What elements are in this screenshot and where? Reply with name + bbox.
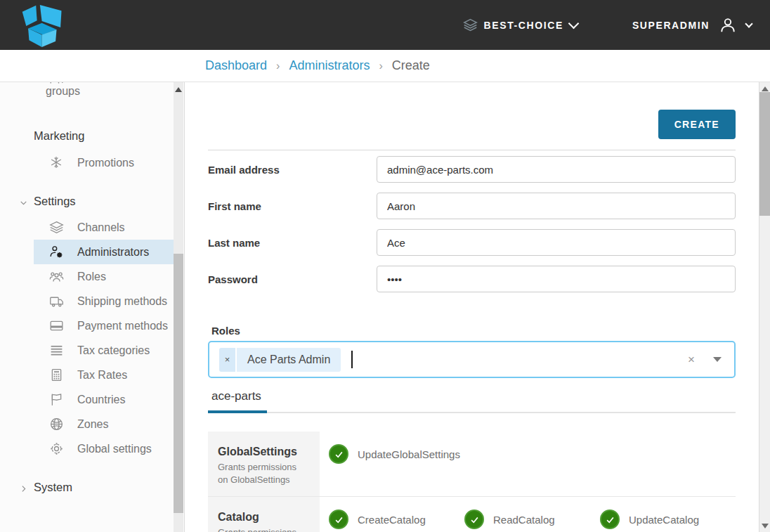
scroll-up-icon[interactable]	[175, 87, 182, 92]
scroll-up-icon[interactable]	[762, 86, 769, 91]
globe-icon	[49, 417, 64, 432]
breadcrumb-current: Create	[392, 58, 430, 73]
permission-toggle-updateglobalsettings[interactable]: UpdateGlobalSettings	[329, 444, 464, 464]
flag-icon	[49, 392, 64, 407]
tab-ace-parts[interactable]: ace-parts	[208, 384, 267, 413]
admin-create-form: Email address First name Last name Passw…	[208, 156, 736, 378]
form-row-first-name: First name	[208, 193, 736, 219]
sidebar-item-label: Shipping methods	[77, 295, 167, 307]
scrollbar-thumb[interactable]	[759, 92, 770, 216]
sidebar-item-administrators[interactable]: Administrators	[34, 240, 174, 264]
sidebar-item-channels[interactable]: Channels	[34, 215, 174, 240]
permission-toggle-updatecatalog[interactable]: UpdateCatalog	[600, 510, 736, 529]
first-name-field[interactable]	[377, 193, 736, 219]
user-menu[interactable]: SUPERADMIN	[632, 15, 752, 35]
permission-cells: CreateCatalog ReadCatalog	[320, 496, 736, 532]
permission-toggle-createcatalog[interactable]: CreateCatalog	[329, 510, 464, 529]
credit-card-icon	[49, 318, 64, 333]
sidebar: groups Marketing	[0, 82, 185, 532]
sidebar-item-promotions[interactable]: Promotions	[34, 150, 174, 175]
sidebar-item-payment-methods[interactable]: Payment methods	[34, 313, 174, 338]
sidebar-item-roles[interactable]: Roles	[34, 264, 174, 289]
chevron-down-icon	[745, 20, 752, 27]
check-circle-icon	[464, 510, 484, 529]
permission-toggle-readcatalog[interactable]: ReadCatalog	[464, 510, 600, 529]
email-field[interactable]	[377, 156, 736, 183]
sidebar-scrollbar[interactable]	[174, 82, 183, 532]
create-button[interactable]: CREATE	[658, 110, 736, 139]
form-row-password: Password	[208, 266, 736, 292]
permission-label: UpdateGlobalSettings	[358, 448, 460, 460]
check-circle-icon	[329, 510, 348, 529]
permission-label: CreateCatalog	[358, 514, 426, 526]
clear-icon[interactable]: ×	[685, 353, 698, 367]
password-field[interactable]	[377, 266, 736, 292]
chevron-down-icon[interactable]	[713, 357, 722, 362]
check-circle-icon	[600, 510, 620, 529]
calculator-icon	[49, 368, 64, 382]
gear-icon	[49, 441, 64, 456]
asterisk-icon	[49, 155, 64, 170]
permission-row-catalog: Catalog Grants permissions on Products, …	[208, 496, 320, 532]
chevron-right-icon	[19, 484, 28, 493]
sidebar-item-countries[interactable]: Countries	[34, 387, 174, 412]
layers-icon	[49, 220, 64, 235]
sidebar-item-label: Zones	[77, 418, 108, 430]
main-scrollbar[interactable]	[759, 82, 770, 532]
divider	[208, 150, 736, 150]
list-icon	[49, 343, 64, 358]
user-gear-icon	[49, 245, 64, 259]
chevron-down-icon	[568, 18, 580, 29]
sidebar-item-label: Roles	[77, 271, 106, 283]
permission-group-description: Grants permissions on Products, Facets	[218, 526, 301, 532]
text-cursor	[351, 351, 353, 368]
sidebar-section-system[interactable]: System	[0, 481, 174, 494]
chip-remove-icon[interactable]: ×	[219, 348, 235, 372]
permission-cells: UpdateGlobalSettings	[320, 432, 736, 496]
permission-group-title: GlobalSettings	[218, 446, 311, 458]
sidebar-item-tax-rates[interactable]: Tax Rates	[34, 363, 174, 387]
sidebar-item-label: Payment methods	[77, 320, 168, 332]
section-title-label: Settings	[34, 195, 76, 207]
sidebar-item-label: Administrators	[77, 246, 149, 258]
chip-label: Ace Parts Admin	[237, 348, 341, 372]
scroll-down-icon[interactable]	[762, 524, 769, 528]
sidebar-item-label: Promotions	[77, 157, 134, 169]
truck-icon	[49, 294, 64, 309]
breadcrumb-dashboard[interactable]: Dashboard	[205, 58, 267, 73]
breadcrumb-bar: Dashboard › Administrators › Create	[0, 50, 770, 82]
sidebar-item-label: Global settings	[77, 443, 152, 455]
breadcrumb-separator: ›	[379, 60, 382, 72]
sidebar-item-tax-categories[interactable]: Tax categories	[34, 338, 174, 363]
section-title-label: Marketing	[34, 129, 84, 142]
sidebar-item-zones[interactable]: Zones	[34, 412, 174, 436]
roles-block: Roles × Ace Parts Admin ×	[208, 325, 736, 378]
sidebar-item-global-settings[interactable]: Global settings	[34, 436, 174, 461]
user-icon	[718, 15, 738, 35]
chevron-down-icon	[19, 198, 28, 207]
sidebar-item-customer-groups[interactable]: groups	[34, 82, 174, 101]
sidebar-item-shipping-methods[interactable]: Shipping methods	[34, 289, 174, 313]
form-row-last-name: Last name	[208, 229, 736, 256]
channel-switcher[interactable]: BEST-CHOICE	[463, 18, 578, 32]
breadcrumb-administrators[interactable]: Administrators	[289, 58, 370, 73]
sidebar-section-settings[interactable]: Settings	[0, 195, 174, 208]
breadcrumb: Dashboard › Administrators › Create	[205, 58, 430, 73]
password-label: Password	[208, 273, 377, 285]
sidebar-item-label: Channels	[77, 221, 125, 233]
permission-group-title: Catalog	[218, 511, 311, 524]
scrollbar-thumb[interactable]	[174, 254, 183, 513]
role-chip: × Ace Parts Admin	[219, 348, 341, 372]
form-row-email: Email address	[208, 156, 736, 183]
permission-label: ReadCatalog	[493, 514, 555, 526]
last-name-label: Last name	[208, 237, 377, 249]
sidebar-item-label: groups	[46, 85, 80, 97]
roles-select[interactable]: × Ace Parts Admin ×	[208, 341, 736, 378]
channel-label: BEST-CHOICE	[484, 20, 563, 31]
user-label: SUPERADMIN	[632, 20, 710, 31]
users-icon	[49, 269, 64, 284]
last-name-field[interactable]	[377, 229, 736, 256]
permission-label: UpdateCatalog	[629, 514, 699, 526]
section-title-label: System	[34, 481, 72, 493]
sidebar-section-marketing: Marketing	[0, 129, 174, 143]
